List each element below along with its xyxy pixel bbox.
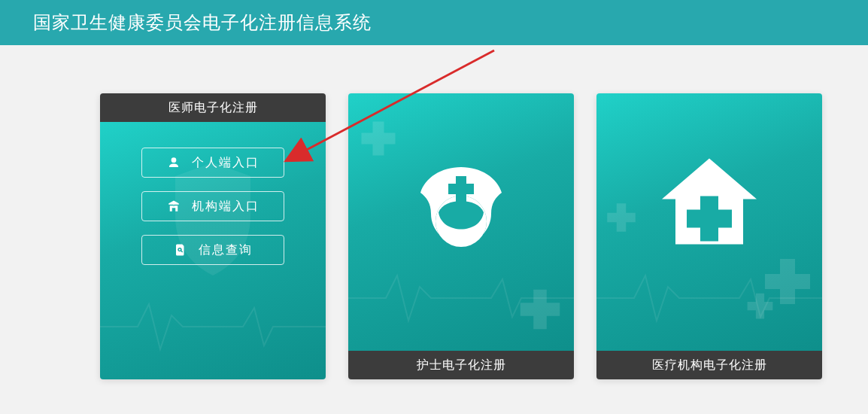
card-institution[interactable]: 医疗机构电子化注册 [596,93,822,379]
heartbeat-icon [596,268,822,328]
card-doctor: 医师电子化注册 个人端入口 [100,93,326,379]
heartbeat-icon [348,268,574,328]
plus-icon [356,116,401,161]
card-nurse[interactable]: 护士电子化注册 [348,93,574,379]
personal-entry-button[interactable]: 个人端入口 [141,148,284,178]
card-nurse-title: 护士电子化注册 [348,351,574,379]
page-title: 国家卫生健康委员会电子化注册信息系统 [0,0,868,45]
nurse-cap-icon [408,154,514,259]
cards-row: 医师电子化注册 个人端入口 [100,93,822,379]
doctor-button-column: 个人端入口 机构端入口 信息查询 [141,148,284,265]
card-institution-body [596,93,822,351]
info-query-label: 信息查询 [199,242,253,258]
plus-icon [602,199,640,236]
card-nurse-body [348,93,574,351]
card-doctor-body: 个人端入口 机构端入口 信息查询 [100,122,326,379]
institution-entry-label: 机构端入口 [192,199,259,215]
search-icon [173,242,188,257]
info-query-button[interactable]: 信息查询 [141,235,284,265]
user-icon [166,155,181,170]
personal-entry-label: 个人端入口 [192,155,259,171]
card-institution-title: 医疗机构电子化注册 [596,351,822,379]
institution-icon [166,199,181,214]
heartbeat-icon [100,297,326,357]
card-doctor-title: 医师电子化注册 [100,93,326,122]
institution-entry-button[interactable]: 机构端入口 [141,191,284,221]
medical-house-icon [653,150,766,263]
